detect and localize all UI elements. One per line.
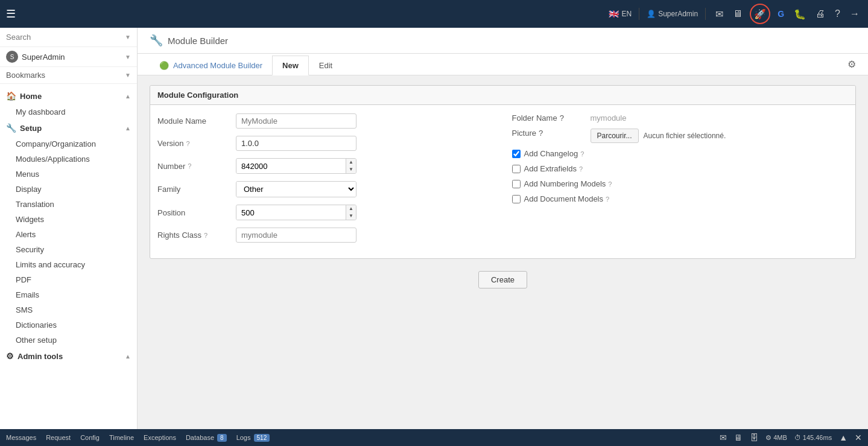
add-extrafields-label: Add Extrafields ? bbox=[524, 164, 583, 173]
version-input[interactable] bbox=[236, 136, 356, 151]
home-icon: 🏠 bbox=[6, 91, 16, 101]
number-down-btn[interactable]: ▼ bbox=[346, 166, 356, 173]
add-changelog-row: Add Changelog ? bbox=[512, 149, 849, 158]
google-icon[interactable]: G bbox=[775, 7, 787, 21]
sidebar-item-alerts[interactable]: Alerts bbox=[0, 227, 137, 242]
bottom-link-request[interactable]: Request bbox=[46, 434, 71, 441]
bottom-link-messages[interactable]: Messages bbox=[6, 434, 36, 441]
wrench-icon: 🔧 bbox=[150, 34, 163, 47]
folder-name-value: mymodule bbox=[591, 113, 627, 123]
version-help-icon[interactable]: ? bbox=[186, 140, 189, 147]
module-config-box: Module Configuration Module Name Version… bbox=[150, 85, 856, 259]
folder-name-row: Folder Name ? mymodule bbox=[512, 113, 849, 123]
setup-arrow: ▲ bbox=[125, 125, 131, 132]
bottom-link-config[interactable]: Config bbox=[80, 434, 100, 441]
sidebar-item-company[interactable]: Company/Organization bbox=[0, 136, 137, 151]
search-dropdown-icon[interactable]: ▼ bbox=[125, 34, 131, 40]
language-selector[interactable]: 🇬🇧 EN bbox=[609, 9, 632, 19]
scroll-up-icon[interactable]: ▲ bbox=[839, 433, 847, 442]
sidebar-item-security[interactable]: Security bbox=[0, 242, 137, 257]
sidebar-section-admin[interactable]: ⚙ Admin tools ▲ bbox=[0, 348, 137, 365]
add-numbering-row: Add Numbering Models ? bbox=[512, 179, 849, 188]
tab-edit[interactable]: Edit bbox=[309, 56, 343, 75]
rights-class-help-icon[interactable]: ? bbox=[204, 232, 207, 239]
add-numbering-label: Add Numbering Models ? bbox=[524, 179, 612, 188]
bottom-link-database[interactable]: Database 8 bbox=[186, 434, 227, 441]
add-extrafields-checkbox[interactable] bbox=[512, 165, 521, 173]
module-name-input[interactable] bbox=[236, 113, 356, 129]
sidebar-item-dashboard[interactable]: My dashboard bbox=[0, 104, 137, 119]
bottom-link-exceptions[interactable]: Exceptions bbox=[144, 434, 176, 441]
avatar: S bbox=[6, 51, 18, 63]
add-document-checkbox[interactable] bbox=[512, 195, 521, 203]
email-bottom-icon[interactable]: ✉ bbox=[720, 433, 727, 442]
position-down-btn[interactable]: ▼ bbox=[346, 212, 356, 220]
sidebar-item-other-setup[interactable]: Other setup bbox=[0, 333, 137, 348]
bug-icon[interactable]: 🐛 bbox=[791, 6, 808, 22]
help-icon[interactable]: ? bbox=[832, 6, 843, 22]
print-icon[interactable]: 🖨 bbox=[813, 6, 828, 22]
position-up-btn[interactable]: ▲ bbox=[346, 205, 356, 212]
rights-class-input[interactable] bbox=[236, 228, 356, 243]
add-document-label: Add Document Models ? bbox=[524, 194, 610, 203]
right-column: Folder Name ? mymodule Picture ? Parcour… bbox=[512, 113, 849, 250]
sidebar-item-emails[interactable]: Emails bbox=[0, 287, 137, 302]
sidebar-item-limits[interactable]: Limits and accuracy bbox=[0, 257, 137, 272]
number-help-icon[interactable]: ? bbox=[188, 162, 191, 170]
monitor-bottom-icon[interactable]: 🖥 bbox=[734, 433, 743, 442]
user-menu[interactable]: 👤 SuperAdmin bbox=[647, 10, 698, 18]
add-numbering-checkbox[interactable] bbox=[512, 180, 521, 188]
number-row: Number ? ▲ ▼ bbox=[157, 158, 494, 174]
add-changelog-checkbox[interactable] bbox=[512, 150, 521, 158]
settings-gear-icon[interactable]: ⚙ bbox=[847, 54, 856, 75]
document-help-icon[interactable]: ? bbox=[606, 196, 609, 203]
tab-new[interactable]: New bbox=[272, 56, 309, 75]
extrafields-help-icon[interactable]: ? bbox=[579, 165, 583, 173]
nav-right: 🇬🇧 EN 👤 SuperAdmin ✉ 🖥 🚀 G 🐛 🖨 ? → bbox=[609, 4, 862, 24]
sidebar-item-display[interactable]: Display bbox=[0, 182, 137, 197]
sidebar-user[interactable]: S SuperAdmin ▼ bbox=[0, 47, 137, 67]
monitor-icon[interactable]: 🖥 bbox=[730, 6, 745, 22]
position-input-wrap: ▲ ▼ bbox=[236, 205, 356, 220]
sidebar: ▼ S SuperAdmin ▼ Bookmarks ▼ 🏠 Home ▲ My… bbox=[0, 28, 138, 429]
search-input[interactable] bbox=[6, 33, 125, 42]
family-select[interactable]: Other ERP CRM Accounting HR bbox=[236, 182, 356, 197]
admin-label: Admin tools bbox=[17, 352, 63, 361]
create-button[interactable]: Create bbox=[478, 271, 527, 288]
close-icon[interactable]: ✕ bbox=[855, 433, 862, 442]
sidebar-item-pdf[interactable]: PDF bbox=[0, 272, 137, 287]
sidebar-item-dictionaries[interactable]: Dictionaries bbox=[0, 317, 137, 333]
config-box-body: Module Name Version ? bbox=[150, 105, 855, 258]
logout-icon[interactable]: → bbox=[847, 6, 862, 22]
changelog-help-icon[interactable]: ? bbox=[580, 150, 584, 158]
position-input[interactable] bbox=[236, 206, 346, 220]
sidebar-item-sms[interactable]: SMS bbox=[0, 302, 137, 317]
create-btn-wrap: Create bbox=[150, 259, 856, 301]
bottom-link-timeline[interactable]: Timeline bbox=[109, 434, 134, 441]
number-label: Number ? bbox=[157, 162, 230, 171]
db-bottom-icon[interactable]: 🗄 bbox=[750, 433, 758, 442]
language-label: EN bbox=[621, 10, 632, 18]
page-header: 🔧 Module Builder bbox=[138, 28, 868, 54]
sidebar-section-setup[interactable]: 🔧 Setup ▲ bbox=[0, 119, 137, 136]
sidebar-bookmarks[interactable]: Bookmarks ▼ bbox=[0, 67, 137, 84]
hamburger-icon[interactable]: ☰ bbox=[6, 7, 16, 21]
browse-button[interactable]: Parcourir... bbox=[591, 129, 639, 143]
number-spinners: ▲ ▼ bbox=[346, 159, 356, 173]
sidebar-item-widgets[interactable]: Widgets bbox=[0, 212, 137, 227]
sidebar-section-home[interactable]: 🏠 Home ▲ bbox=[0, 88, 137, 104]
rocket-icon[interactable]: 🚀 bbox=[750, 4, 770, 24]
sidebar-item-menus[interactable]: Menus bbox=[0, 167, 137, 182]
bottom-link-logs[interactable]: Logs 512 bbox=[236, 434, 270, 441]
user-avatar-icon: 👤 bbox=[647, 10, 656, 18]
numbering-help-icon[interactable]: ? bbox=[608, 180, 612, 188]
folder-name-help-icon[interactable]: ? bbox=[560, 113, 564, 123]
sidebar-item-translation[interactable]: Translation bbox=[0, 197, 137, 212]
messages-icon[interactable]: ✉ bbox=[713, 6, 726, 22]
tab-advanced-module-builder[interactable]: 🟢 Advanced Module Builder bbox=[150, 56, 272, 75]
picture-help-icon[interactable]: ? bbox=[539, 129, 543, 138]
number-up-btn[interactable]: ▲ bbox=[346, 159, 356, 166]
add-document-row: Add Document Models ? bbox=[512, 194, 849, 203]
number-input[interactable] bbox=[236, 159, 346, 173]
sidebar-item-modules[interactable]: Modules/Applications bbox=[0, 151, 137, 167]
